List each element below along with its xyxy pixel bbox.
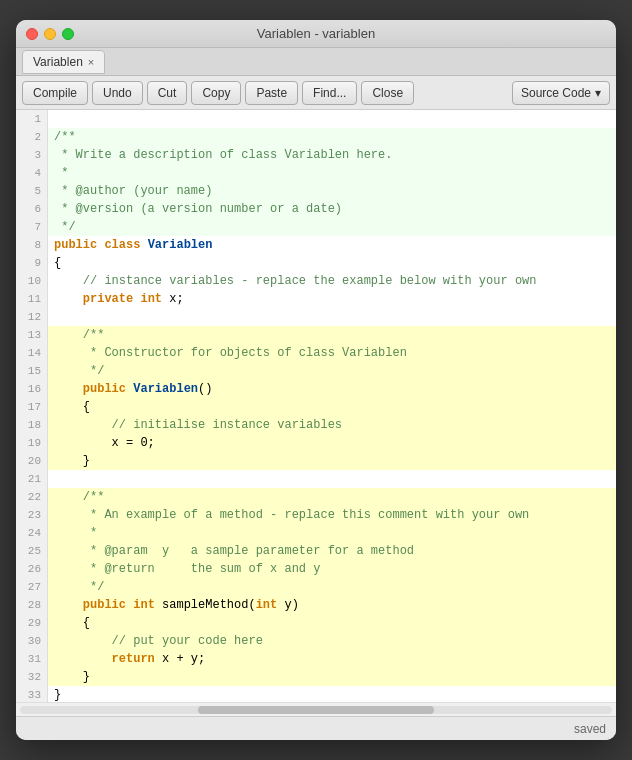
line-number: 27 [22,578,41,596]
close-button[interactable] [26,28,38,40]
table-row: private int x; [48,290,616,308]
line-number: 32 [22,668,41,686]
code-container[interactable]: 1234567891011121314151617181920212223242… [16,110,616,702]
line-number: 2 [22,128,41,146]
maximize-button[interactable] [62,28,74,40]
cut-button[interactable]: Cut [147,81,188,105]
table-row: * @return the sum of x and y [48,560,616,578]
line-number: 19 [22,434,41,452]
line-number: 23 [22,506,41,524]
line-number: 25 [22,542,41,560]
chevron-down-icon: ▾ [595,86,601,100]
paste-button[interactable]: Paste [245,81,298,105]
status-bar: saved [16,716,616,740]
table-row: * @param y a sample parameter for a meth… [48,542,616,560]
tab-bar: Variablen × [16,48,616,76]
table-row: public class Variablen [48,236,616,254]
table-row: * An example of a method - replace this … [48,506,616,524]
undo-button[interactable]: Undo [92,81,143,105]
line-number: 10 [22,272,41,290]
table-row: return x + y; [48,650,616,668]
horizontal-scrollbar[interactable] [20,706,612,714]
table-row: */ [48,578,616,596]
line-number: 26 [22,560,41,578]
line-number: 21 [22,470,41,488]
table-row [48,308,616,326]
tab-variablen[interactable]: Variablen × [22,50,105,74]
line-number: 15 [22,362,41,380]
table-row: * @version (a version number or a date) [48,200,616,218]
line-number: 13 [22,326,41,344]
source-select[interactable]: Source Code ▾ [512,81,610,105]
title-bar: Variablen - variablen [16,20,616,48]
line-number: 5 [22,182,41,200]
line-number: 11 [22,290,41,308]
find-button[interactable]: Find... [302,81,357,105]
line-number: 17 [22,398,41,416]
table-row: } [48,686,616,702]
table-row: * Write a description of class Variablen… [48,146,616,164]
code-lines[interactable]: /** * Write a description of class Varia… [48,110,616,702]
line-number: 4 [22,164,41,182]
line-number: 12 [22,308,41,326]
table-row: // initialise instance variables [48,416,616,434]
table-row [48,110,616,128]
table-row [48,470,616,488]
table-row: */ [48,362,616,380]
line-number: 6 [22,200,41,218]
table-row: * [48,524,616,542]
compile-button[interactable]: Compile [22,81,88,105]
line-number: 28 [22,596,41,614]
line-number: 29 [22,614,41,632]
copy-button[interactable]: Copy [191,81,241,105]
table-row: * @author (your name) [48,182,616,200]
main-window: Variablen - variablen Variablen × Compil… [16,20,616,740]
table-row: // put your code here [48,632,616,650]
table-row: /** [48,326,616,344]
line-number: 20 [22,452,41,470]
line-number: 1 [22,110,41,128]
line-number: 16 [22,380,41,398]
table-row: } [48,668,616,686]
scrollbar-thumb [198,706,435,714]
line-number: 22 [22,488,41,506]
close-button-toolbar[interactable]: Close [361,81,414,105]
line-number: 8 [22,236,41,254]
line-number: 3 [22,146,41,164]
line-number: 24 [22,524,41,542]
table-row: // instance variables - replace the exam… [48,272,616,290]
table-row: { [48,614,616,632]
traffic-lights [26,28,74,40]
scrollbar-area[interactable] [16,702,616,716]
line-number: 18 [22,416,41,434]
line-number: 9 [22,254,41,272]
line-numbers: 1234567891011121314151617181920212223242… [16,110,48,702]
toolbar: Compile Undo Cut Copy Paste Find... Clos… [16,76,616,110]
table-row: /** [48,128,616,146]
editor-area: 1234567891011121314151617181920212223242… [16,110,616,716]
source-select-label: Source Code [521,86,591,100]
status-saved: saved [574,722,606,736]
line-number: 30 [22,632,41,650]
line-number: 33 [22,686,41,702]
table-row: * Constructor for objects of class Varia… [48,344,616,362]
table-row: { [48,398,616,416]
line-number: 14 [22,344,41,362]
table-row: x = 0; [48,434,616,452]
line-number: 31 [22,650,41,668]
tab-close-icon[interactable]: × [88,56,94,68]
table-row: public int sampleMethod(int y) [48,596,616,614]
table-row: * [48,164,616,182]
line-number: 7 [22,218,41,236]
tab-label: Variablen [33,55,83,69]
table-row: } [48,452,616,470]
table-row: */ [48,218,616,236]
table-row: public Variablen() [48,380,616,398]
table-row: { [48,254,616,272]
window-title: Variablen - variablen [257,26,375,41]
minimize-button[interactable] [44,28,56,40]
table-row: /** [48,488,616,506]
